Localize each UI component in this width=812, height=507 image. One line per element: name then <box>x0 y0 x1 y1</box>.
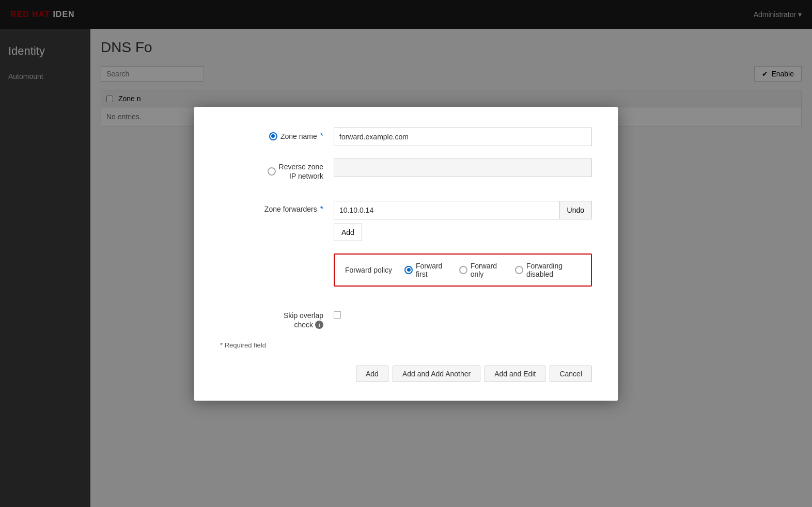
forward-policy-label-text: Forward policy <box>345 266 392 274</box>
skip-overlap-label2: check <box>294 321 313 329</box>
reverse-zone-row: Reverse zone IP network <box>220 159 592 180</box>
skip-overlap-label-col: Skip overlap check i <box>220 307 334 329</box>
forwarders-input-group: Undo <box>334 201 592 219</box>
forward-policy-box: Forward policy Forward first Forward onl… <box>334 254 592 287</box>
undo-button[interactable]: Undo <box>559 201 592 219</box>
reverse-zone-field-col <box>334 159 592 177</box>
dialog-footer: Add Add and Add Another Add and Edit Can… <box>220 366 592 382</box>
forward-first-label: Forward first <box>416 262 449 278</box>
zone-forwarders-required-star: * <box>320 205 323 214</box>
reverse-zone-label-text: Reverse zone IP network <box>279 163 323 180</box>
reverse-zone-radio[interactable] <box>268 167 276 176</box>
forward-only-option[interactable]: Forward only <box>459 262 505 278</box>
skip-overlap-field-col <box>334 307 592 320</box>
zone-forwarders-label-col: Zone forwarders * <box>220 201 334 214</box>
zone-forwarders-row: Zone forwarders * Undo Add <box>220 201 592 241</box>
forwarding-disabled-option[interactable]: Forwarding disabled <box>515 262 581 278</box>
zone-name-required-star: * <box>320 132 323 141</box>
zone-forwarders-field-col: Undo Add <box>334 201 592 241</box>
skip-overlap-label-wrapper: Skip overlap check i <box>284 311 323 329</box>
dialog: Zone name * Reverse zone IP network <box>194 107 618 401</box>
zone-name-label-text: Zone name <box>280 132 317 140</box>
forward-first-option[interactable]: Forward first <box>404 262 449 278</box>
reverse-zone-input[interactable] <box>334 159 592 177</box>
reverse-zone-label-wrapper: Reverse zone IP network <box>268 163 323 180</box>
add-forwarder-button[interactable]: Add <box>334 224 362 241</box>
reverse-zone-label-col: Reverse zone IP network <box>220 159 334 180</box>
forward-policy-options: Forward first Forward only Forwarding di… <box>404 262 581 278</box>
zone-name-radio[interactable] <box>269 132 277 140</box>
skip-overlap-label2-row: check i <box>294 321 323 329</box>
zone-name-row: Zone name * <box>220 128 592 146</box>
spacer1 <box>220 193 592 201</box>
info-icon[interactable]: i <box>315 321 323 329</box>
zone-name-label-col: Zone name * <box>220 128 334 141</box>
skip-overlap-label1: Skip overlap <box>284 311 323 320</box>
spacer2 <box>220 299 592 307</box>
forwarding-disabled-label: Forwarding disabled <box>526 262 581 278</box>
modal-overlay: Zone name * Reverse zone IP network <box>0 0 812 507</box>
add-and-add-another-button[interactable]: Add and Add Another <box>393 366 480 382</box>
cancel-button[interactable]: Cancel <box>550 366 592 382</box>
zone-name-field-col <box>334 128 592 146</box>
zone-name-input[interactable] <box>334 128 592 146</box>
zone-forwarders-input[interactable] <box>334 201 559 219</box>
zone-forwarders-label-text: Zone forwarders <box>264 205 317 213</box>
forward-policy-row: Forward policy Forward first Forward onl… <box>220 254 592 287</box>
zone-name-label-wrapper: Zone name * <box>269 132 323 141</box>
forward-policy-label-col <box>220 254 334 261</box>
forward-policy-field-col: Forward policy Forward first Forward onl… <box>334 254 592 287</box>
add-and-edit-button[interactable]: Add and Edit <box>485 366 545 382</box>
forward-only-radio[interactable] <box>459 266 467 274</box>
required-note: * Required field <box>220 341 592 349</box>
skip-overlap-checkbox[interactable] <box>334 311 341 319</box>
forwarding-disabled-radio[interactable] <box>515 266 523 274</box>
forward-first-radio[interactable] <box>404 266 413 274</box>
skip-overlap-row: Skip overlap check i <box>220 307 592 329</box>
forward-only-label: Forward only <box>471 262 505 278</box>
add-button[interactable]: Add <box>356 366 388 382</box>
